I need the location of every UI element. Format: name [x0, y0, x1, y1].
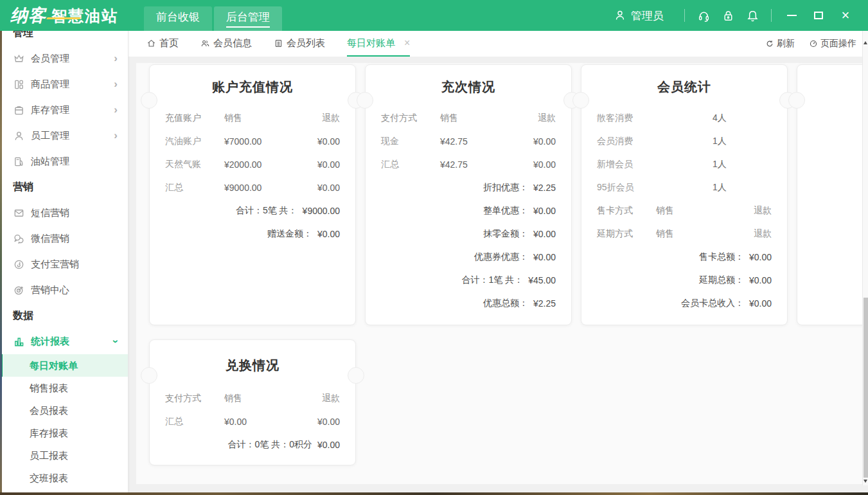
mode-switcher: 前台收银 后台管理: [144, 6, 282, 31]
scroll-up-arrow-icon[interactable]: [864, 41, 867, 44]
lock-icon[interactable]: [716, 6, 740, 25]
brand-name: 纳客: [10, 4, 46, 27]
data-row: 汇总 ¥9000.00 ¥0.00: [165, 176, 340, 199]
total-label: 会员卡总收入：: [681, 298, 744, 309]
tab-label: 会员列表: [287, 37, 325, 50]
total-row: 整单优惠： ¥0.00: [381, 199, 556, 222]
sidebar-subitem-sales-report[interactable]: 销售报表: [0, 377, 128, 399]
sidebar-item-label: 营销中心: [31, 284, 69, 296]
tabbar-actions: 刷新 页面操作: [765, 38, 868, 50]
sidebar-subitem-member-report[interactable]: 会员报表: [0, 399, 128, 422]
scrollbar-thumb[interactable]: [864, 298, 868, 478]
cell-value: ¥42.75: [440, 136, 533, 147]
stat-row: 会员消费 1人: [597, 130, 772, 153]
total-row: 折扣优惠： ¥2.25: [381, 176, 556, 199]
method-col: 退款: [754, 228, 772, 240]
cell-value: ¥0.00: [317, 183, 340, 193]
total-label: 优惠券优惠：: [474, 251, 528, 263]
sidebar-item-member-mgmt[interactable]: 会员管理 ›: [0, 46, 128, 71]
cell-value: ¥0.00: [317, 136, 340, 147]
notch-right: [348, 367, 364, 384]
nav-tab-frontdesk[interactable]: 前台收银: [144, 6, 212, 31]
tab-member-info[interactable]: 会员信息: [200, 31, 252, 57]
total-label: 抹零金额：: [483, 228, 528, 240]
sidebar-subitem-inventory-report[interactable]: 库存报表: [0, 422, 128, 444]
notch-left: [141, 92, 157, 109]
sidebar-item-alipay-marketing[interactable]: 支付宝营销: [0, 251, 128, 277]
tab-member-list[interactable]: 会员列表: [274, 31, 325, 57]
maximize-icon: [814, 12, 823, 19]
card-charge-times: 充次情况 支付方式 销售 退款 现金 ¥42.75 ¥0.00 汇总 ¥42.7…: [365, 64, 572, 325]
sidebar-item-product-mgmt[interactable]: 商品管理 ›: [0, 71, 128, 97]
cell-label: 汇总: [165, 416, 224, 428]
tab-daily-statement[interactable]: 每日对账单 ×: [347, 31, 410, 57]
sidebar-subitem-daily-statement[interactable]: 每日对账单: [0, 354, 128, 377]
refresh-button[interactable]: 刷新: [765, 38, 795, 50]
card-title: 充次情况: [366, 78, 571, 96]
col-header: 销售: [224, 393, 322, 404]
product-name: 智慧油站: [51, 6, 118, 26]
sidebar-item-label: 商品管理: [31, 78, 69, 91]
sidebar-item-station-mgmt[interactable]: 油站管理: [0, 148, 128, 174]
maximize-button[interactable]: [805, 4, 832, 26]
col-header: 退款: [322, 393, 340, 404]
data-row: 天然气账 ¥2000.00 ¥0.00: [165, 153, 340, 176]
sidebar-item-staff-mgmt[interactable]: 员工管理 ›: [0, 123, 128, 148]
total-value: ¥0.00: [317, 440, 340, 450]
col-header: 销售: [440, 113, 538, 124]
stat-label: 新增会员: [597, 159, 656, 170]
page-operations-label: 页面操作: [820, 38, 856, 50]
wechat-icon: [13, 233, 25, 245]
app-titlebar: 纳客 智慧油站 前台收银 后台管理 管理员 ×: [0, 0, 868, 31]
method-label: 延期方式: [597, 228, 656, 240]
chevron-right-icon: ›: [114, 52, 118, 65]
method-col: 销售: [656, 205, 754, 217]
method-col: 退款: [754, 205, 772, 217]
close-button[interactable]: ×: [832, 4, 859, 26]
sidebar: 管理 会员管理 › 商品管理 › 库存管理 › 员工管理 › 油站管理 营销: [0, 31, 128, 495]
tab-label: 每日对账单: [347, 37, 395, 50]
fuel-pump-icon: [13, 156, 25, 168]
tab-home[interactable]: 首页: [146, 31, 179, 57]
nav-tab-label: 后台管理: [226, 10, 270, 28]
col-header: 销售: [224, 113, 322, 124]
col-header: 退款: [322, 113, 340, 124]
total-label: 合计：0笔 共：0积分: [227, 439, 312, 451]
column-header-row: 支付方式 销售 退款: [381, 107, 556, 130]
support-headset-icon[interactable]: [691, 6, 716, 25]
sidebar-item-label: 短信营销: [31, 207, 69, 219]
sidebar-item-statistics-reports[interactable]: 统计报表 ›: [0, 328, 128, 354]
bell-icon[interactable]: [740, 6, 765, 25]
cell-value: ¥0.00: [533, 136, 556, 147]
main-scrollbar[interactable]: [862, 31, 868, 485]
sidebar-item-wechat-marketing[interactable]: 微信营销: [0, 226, 128, 251]
col-header: 退款: [538, 113, 556, 124]
titlebar-right: 管理员 ×: [614, 4, 868, 26]
sidebar-item-marketing-center[interactable]: 营销中心: [0, 277, 128, 303]
page-operations-button[interactable]: 页面操作: [809, 38, 856, 50]
crown-icon: [13, 53, 25, 65]
cell-label: 汇总: [381, 159, 440, 170]
sidebar-section-marketing: 营销: [0, 174, 128, 200]
sidebar-item-sms-marketing[interactable]: 短信营销: [0, 200, 128, 226]
total-row: 优惠总额： ¥2.25: [381, 292, 556, 315]
data-row: 现金 ¥42.75 ¥0.00: [381, 130, 556, 153]
cell-value: ¥2000.00: [224, 159, 317, 170]
col-header: 支付方式: [381, 113, 440, 124]
minimize-button[interactable]: [778, 4, 805, 26]
sidebar-subitem-shift-report[interactable]: 交班报表: [0, 467, 128, 489]
scroll-down-arrow-icon[interactable]: [864, 480, 867, 483]
sidebar-item-inventory-mgmt[interactable]: 库存管理 ›: [0, 97, 128, 123]
cell-value: ¥7000.00: [224, 136, 317, 147]
refresh-icon: [765, 39, 774, 48]
method-col: 销售: [656, 228, 754, 240]
nav-tab-backoffice[interactable]: 后台管理: [214, 6, 282, 31]
total-row: 抹零金额： ¥0.00: [381, 222, 556, 246]
user-menu[interactable]: 管理员: [614, 8, 664, 23]
notch-left: [788, 92, 805, 109]
chevron-down-icon: ›: [109, 339, 122, 343]
sidebar-subitem-staff-report[interactable]: 员工报表: [0, 444, 128, 467]
inventory-box-icon: [13, 104, 25, 116]
tab-close-icon[interactable]: ×: [404, 37, 410, 49]
card-title: 兑换情况: [150, 356, 355, 374]
